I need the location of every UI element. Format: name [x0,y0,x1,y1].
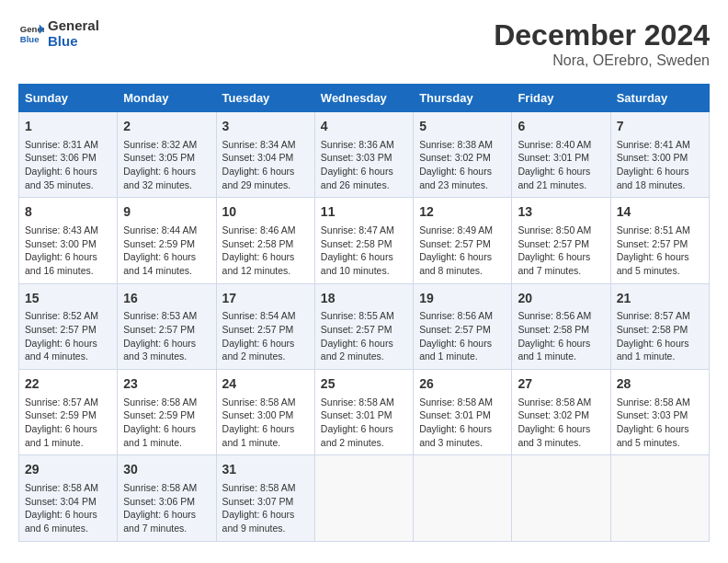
day-info-line: and 2 minutes. [321,350,407,363]
day-number: 2 [123,118,210,136]
day-info-line: and 5 minutes. [617,264,703,278]
day-info-line: Sunrise: 8:31 AM [25,138,111,152]
day-info-line: and 8 minutes. [419,264,506,278]
day-info-line: Sunrise: 8:38 AM [419,138,506,152]
day-info-line: and 4 minutes. [25,350,111,363]
day-info-line: and 21 minutes. [518,178,604,192]
day-info-line: Sunrise: 8:53 AM [123,309,210,323]
day-cell: 28Sunrise: 8:58 AMSunset: 3:03 PMDayligh… [610,370,709,455]
day-number: 14 [617,203,703,222]
day-number: 4 [321,118,407,136]
day-info-line: Sunset: 2:59 PM [25,408,111,422]
day-info-line: Sunrise: 8:51 AM [617,224,703,237]
day-info-line: and 16 minutes. [25,264,111,278]
day-info-line: Sunrise: 8:58 AM [123,481,210,495]
day-info-line: Sunset: 3:06 PM [123,495,210,509]
header-friday: Friday [512,85,610,112]
day-cell: 10Sunrise: 8:46 AMSunset: 2:58 PMDayligh… [216,198,314,283]
day-info-line: Sunrise: 8:43 AM [25,224,111,237]
day-number: 24 [222,375,309,394]
day-info-line: and 9 minutes. [222,522,309,535]
day-info-line: Sunrise: 8:58 AM [123,396,210,409]
day-info-line: Daylight: 6 hours [419,422,506,436]
day-info-line: Sunrise: 8:49 AM [419,224,506,237]
day-cell: 3Sunrise: 8:34 AMSunset: 3:04 PMDaylight… [216,112,314,198]
day-info-line: Sunrise: 8:54 AM [222,309,309,323]
day-info-line: Sunset: 3:02 PM [419,151,506,165]
day-info-line: Daylight: 6 hours [321,250,407,264]
day-info-line: Sunset: 3:00 PM [25,237,111,251]
day-info-line: and 7 minutes. [518,264,604,278]
day-info-line: Sunset: 3:04 PM [222,151,309,165]
header-saturday: Saturday [610,85,709,112]
day-info-line: Sunset: 2:58 PM [321,237,407,251]
day-number: 7 [617,118,703,136]
day-info-line: Sunset: 2:57 PM [518,237,604,251]
day-info-line: Sunset: 3:04 PM [25,495,111,509]
day-cell: 20Sunrise: 8:56 AMSunset: 2:58 PMDayligh… [512,283,610,369]
day-info-line: Sunset: 3:01 PM [419,408,506,422]
day-info-line: and 1 minute. [222,436,309,450]
day-cell: 2Sunrise: 8:32 AMSunset: 3:05 PMDaylight… [118,112,216,198]
header-sunday: Sunday [19,85,118,112]
day-info-line: Daylight: 6 hours [123,337,210,350]
logo-icon: General Blue [18,21,44,47]
day-info-line: Sunrise: 8:47 AM [321,224,407,237]
day-info-line: and 14 minutes. [123,264,210,278]
day-info-line: Sunset: 2:57 PM [25,323,111,337]
logo-line2: Blue [48,34,99,50]
day-info-line: Sunset: 2:57 PM [419,323,506,337]
header-wednesday: Wednesday [314,85,413,112]
day-info-line: Sunrise: 8:44 AM [123,224,210,237]
day-number: 22 [25,375,111,394]
week-row-3: 22Sunrise: 8:57 AMSunset: 2:59 PMDayligh… [19,370,710,455]
day-info-line: Sunset: 3:01 PM [518,151,604,165]
day-number: 9 [123,203,210,222]
day-number: 30 [123,461,210,479]
week-row-1: 8Sunrise: 8:43 AMSunset: 3:00 PMDaylight… [19,198,710,283]
day-info-line: and 1 minute. [617,350,703,363]
day-info-line: Sunrise: 8:56 AM [419,309,506,323]
day-info-line: Daylight: 6 hours [25,422,111,436]
day-info-line: Sunrise: 8:41 AM [617,138,703,152]
calendar-header-row: SundayMondayTuesdayWednesdayThursdayFrid… [19,85,710,112]
day-cell: 5Sunrise: 8:38 AMSunset: 3:02 PMDaylight… [414,112,512,198]
day-info-line: Daylight: 6 hours [419,165,506,178]
day-info-line: Sunrise: 8:58 AM [222,481,309,495]
day-info-line: Sunset: 3:03 PM [321,151,407,165]
header-monday: Monday [118,85,216,112]
day-info-line: Sunset: 2:59 PM [123,408,210,422]
day-info-line: Sunrise: 8:56 AM [518,309,604,323]
day-info-line: and 23 minutes. [419,178,506,192]
day-number: 10 [222,203,309,222]
day-cell: 12Sunrise: 8:49 AMSunset: 2:57 PMDayligh… [414,198,512,283]
day-cell: 8Sunrise: 8:43 AMSunset: 3:00 PMDaylight… [19,198,118,283]
day-info-line: Daylight: 6 hours [222,165,309,178]
day-info-line: Daylight: 6 hours [321,337,407,350]
day-number: 21 [617,290,703,308]
day-number: 20 [518,290,604,308]
day-cell: 31Sunrise: 8:58 AMSunset: 3:07 PMDayligh… [216,455,314,541]
day-info-line: Daylight: 6 hours [518,165,604,178]
day-info-line: Daylight: 6 hours [419,337,506,350]
day-info-line: and 1 minute. [518,350,604,363]
svg-text:Blue: Blue [20,33,40,43]
day-number: 28 [617,375,703,394]
main-title: December 2024 [494,18,710,52]
header-thursday: Thursday [414,85,512,112]
day-cell: 27Sunrise: 8:58 AMSunset: 3:02 PMDayligh… [512,370,610,455]
day-info-line: Sunset: 3:02 PM [518,408,604,422]
day-info-line: and 32 minutes. [123,178,210,192]
calendar-table: SundayMondayTuesdayWednesdayThursdayFrid… [18,84,710,542]
day-info-line: Sunset: 2:57 PM [617,237,703,251]
day-number: 12 [419,203,506,222]
page-header: General Blue General Blue December 2024 … [18,18,710,69]
day-info-line: Daylight: 6 hours [25,250,111,264]
day-number: 8 [25,203,111,222]
day-info-line: Sunrise: 8:58 AM [518,396,604,409]
day-info-line: Daylight: 6 hours [123,250,210,264]
day-info-line: Daylight: 6 hours [518,250,604,264]
day-info-line: Daylight: 6 hours [222,337,309,350]
day-info-line: Sunset: 3:00 PM [222,408,309,422]
day-number: 26 [419,375,506,394]
